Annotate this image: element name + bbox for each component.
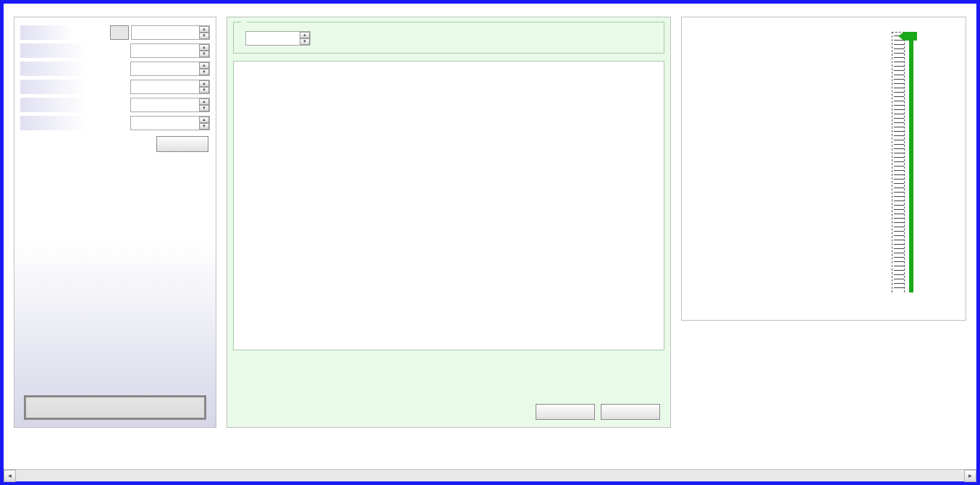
trh-spinner[interactable]: ▲▼: [130, 98, 210, 112]
main-area: ▲▼ ▲▼ ▲▼ ▲▼: [4, 4, 976, 469]
water-input[interactable]: [130, 43, 210, 58]
total-label: [20, 80, 130, 94]
total-input[interactable]: [130, 80, 210, 94]
gaz-down[interactable]: ▼: [300, 38, 310, 45]
chart-canvas: [241, 77, 658, 332]
indicator-graphic: [892, 32, 950, 292]
division-button[interactable]: [536, 404, 595, 420]
total-up[interactable]: ▲: [199, 80, 209, 87]
param-temp-row: ▲▼: [20, 115, 210, 131]
mass-up[interactable]: ▲: [199, 26, 209, 33]
trh-input[interactable]: [130, 98, 210, 112]
param-water-row: ▲▼: [20, 43, 210, 59]
trh-up[interactable]: ▲: [199, 98, 209, 105]
param-mass-row: ▲▼: [20, 25, 210, 41]
indicator-ticks: [894, 35, 904, 290]
percent-button[interactable]: [110, 25, 129, 40]
chart-frame: [233, 61, 664, 350]
indicator-marker[interactable]: [904, 32, 917, 41]
indicator-ruler: [892, 32, 905, 292]
ok-button[interactable]: [156, 136, 208, 152]
chart-title: [234, 62, 664, 64]
production-panel: ▲▼: [227, 17, 671, 428]
indicator-bar: [909, 32, 913, 292]
gaz-row: ▲▼: [241, 31, 656, 46]
temp-label: [20, 116, 130, 130]
water-label: [20, 43, 130, 58]
gazometre-panel: [681, 17, 966, 321]
total-down[interactable]: ▼: [199, 87, 209, 93]
total-spinner[interactable]: ▲▼: [130, 80, 210, 94]
gaz-up[interactable]: ▲: [300, 32, 310, 38]
ferm-label: [20, 62, 130, 76]
gazometre-graphic: [693, 30, 860, 298]
mass-label: [20, 25, 110, 40]
production-fieldset: ▲▼: [233, 22, 664, 54]
etude-economique-button[interactable]: [24, 395, 206, 420]
temp-down[interactable]: ▼: [199, 123, 209, 130]
water-up[interactable]: ▲: [199, 44, 209, 51]
scroll-left-button[interactable]: ◄: [4, 470, 16, 482]
scroll-track[interactable]: [16, 470, 964, 482]
gaz-spinner[interactable]: ▲▼: [245, 31, 311, 46]
water-spinner[interactable]: ▲▼: [130, 43, 210, 58]
parameters-panel: ▲▼ ▲▼ ▲▼ ▲▼: [14, 17, 216, 428]
mass-spinner[interactable]: ▲▼: [131, 25, 210, 40]
mass-input[interactable]: [131, 25, 210, 40]
horizontal-scrollbar[interactable]: ◄ ►: [4, 469, 976, 481]
footer-buttons: [536, 404, 660, 420]
temp-input[interactable]: [130, 116, 210, 130]
app-frame: ▲▼ ▲▼ ▲▼ ▲▼: [0, 0, 980, 485]
ferm-up[interactable]: ▲: [199, 62, 209, 69]
param-total-row: ▲▼: [20, 79, 210, 95]
temp-up[interactable]: ▲: [199, 117, 209, 123]
fusion-button[interactable]: [601, 404, 660, 420]
trh-down[interactable]: ▼: [199, 105, 209, 111]
param-trh-row: ▲▼: [20, 97, 210, 113]
scroll-right-button[interactable]: ►: [964, 470, 976, 482]
param-ferm-row: ▲▼: [20, 61, 210, 77]
ferm-spinner[interactable]: ▲▼: [130, 62, 210, 76]
water-down[interactable]: ▼: [199, 51, 209, 57]
ferm-input[interactable]: [130, 62, 210, 76]
ferm-down[interactable]: ▼: [199, 69, 209, 75]
mass-down[interactable]: ▼: [199, 33, 209, 39]
sidebar-spacer: [20, 152, 210, 395]
trh-label: [20, 98, 130, 112]
temp-spinner[interactable]: ▲▼: [130, 116, 210, 130]
